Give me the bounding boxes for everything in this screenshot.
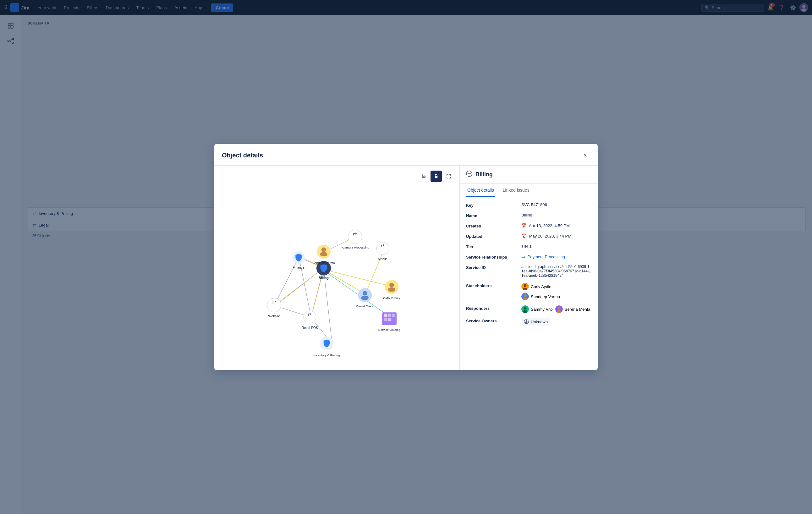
object-details-modal: Object details × [214,144,598,370]
svg-point-67 [361,296,369,300]
field-updated: Updated 📅 May 26, 2023, 3:44 PM [466,234,591,239]
svg-text:Website: Website [268,314,280,318]
created-label: Created [466,223,516,229]
node-sandeep: Sandeep Varma [312,245,335,265]
graph-area[interactable]: Billing Finance ⇄ Website [214,165,459,370]
service-id-label: Service ID [466,265,516,278]
node-retail-pos: ⇄ Retail POS [302,311,318,330]
service-id-value: ari:cloud:graph::service/2cfc55c0-6939-1… [521,265,591,278]
svg-point-87 [557,307,560,310]
tab-linked-issues[interactable]: Linked issues [501,184,531,197]
svg-point-81 [524,294,527,297]
node-mobile: ⇄ Mobile [376,242,389,261]
field-service-id: Service ID ari:cloud:graph::service/2cfc… [466,265,591,278]
svg-point-71 [388,287,395,292]
svg-point-78 [524,284,527,287]
svg-text:⇄: ⇄ [353,232,357,237]
svg-rect-57 [384,318,387,321]
svg-text:⇄: ⇄ [308,312,312,317]
svg-point-17 [422,177,424,178]
close-button[interactable]: × [580,150,590,160]
payment-processing-link[interactable]: Payment Processing [528,254,565,259]
object-name: Billing [475,171,493,178]
tier-label: Tier [466,244,516,249]
field-stakeholders: Stakeholders Carly Ay [466,283,591,300]
svg-point-84 [524,307,527,310]
sammy-avatar [521,305,529,313]
name-value: Billing [521,213,591,218]
svg-text:Cathi Davey: Cathi Davey [383,296,400,300]
node-finance: Finance [292,251,305,269]
svg-line-26 [324,270,332,342]
svg-point-62 [321,247,326,252]
svg-text:Finance: Finance [293,266,305,269]
node-website: ⇄ Website [267,298,281,318]
node-cathi: Cathi Davey [383,280,400,300]
updated-value: 📅 May 26, 2023, 3:44 PM [521,234,591,239]
carly-name: Carly Aydin [531,284,551,289]
service-rel-label: Service relationships [466,254,516,260]
svg-line-35 [324,271,392,318]
serena-avatar [555,305,563,313]
modal-header: Object details × [214,144,598,165]
svg-rect-56 [388,313,392,317]
svg-rect-55 [384,313,387,317]
details-panel-header: Billing [460,165,598,184]
lock-view-button[interactable] [431,171,442,182]
svg-point-16 [424,176,425,177]
calendar-icon-2: 📅 [521,234,527,239]
responder-sammy: Sammy Vito [521,305,553,313]
node-service-catalog: Service Catalog [378,312,400,331]
responders-list: Sammy Vito Serena M [521,305,590,313]
svg-point-91 [525,322,528,324]
svg-line-32 [324,270,392,287]
svg-point-63 [320,252,327,257]
svg-line-33 [275,268,324,305]
responder-serena: Serena Mehta [555,305,590,313]
responders-label: Responders [466,305,516,313]
relationship-icon: ⇄ [521,254,525,259]
svg-text:Service Catalog: Service Catalog [378,328,400,331]
carly-avatar [521,283,529,290]
field-key: Key SVC-5471806 [466,202,591,208]
calendar-icon: 📅 [521,223,527,228]
modal-overlay[interactable]: Object details × [0,0,812,514]
svg-rect-58 [388,318,392,321]
field-responders: Responders Sammy Vito [466,305,591,313]
details-panel: Billing Object details Linked issues Key… [459,165,598,370]
stakeholder-carly: Carly Aydin [521,283,551,290]
stakeholders-label: Stakeholders [466,283,516,300]
field-tier: Tier Tier 1 [466,244,591,249]
details-tabs: Object details Linked issues [460,184,598,197]
service-rel-value: ⇄ Payment Processing [521,254,591,260]
service-owners-value: Unknown [521,318,591,326]
node-darrel: Darrel Rossi [356,289,374,308]
svg-point-90 [526,321,527,322]
node-payment-processing: ⇄ Payment Processing [341,230,369,249]
svg-text:Sandeep Varma: Sandeep Varma [312,261,335,265]
service-owners-label: Service Owners [466,318,516,326]
svg-rect-59 [392,313,395,317]
serena-name: Serena Mehta [565,307,590,312]
key-label: Key [466,202,516,208]
sandeep-avatar [521,293,529,300]
sammy-name: Sammy Vito [531,307,553,312]
tab-object-details[interactable]: Object details [466,184,495,197]
name-label: Name [466,213,516,218]
created-value: 📅 Apr 13, 2022, 4:59 PM [521,223,591,229]
filter-controls-button[interactable] [418,171,429,182]
field-created: Created 📅 Apr 13, 2022, 4:59 PM [466,223,591,229]
svg-line-31 [365,250,384,294]
svg-text:Payment Processing: Payment Processing [341,246,369,249]
svg-text:Billing: Billing [319,276,329,280]
graph-visualization: Billing Finance ⇄ Website [214,165,459,370]
field-name: Name Billing [466,213,591,218]
node-inventory: Inventory & Pricing [314,336,340,357]
svg-point-66 [362,291,367,296]
modal-body: Billing Finance ⇄ Website [214,165,598,370]
svg-point-15 [422,174,423,176]
modal-title: Object details [222,152,263,159]
unknown-badge: Unknown [521,318,550,326]
expand-view-button[interactable] [443,171,455,182]
svg-text:⇄: ⇄ [381,243,385,248]
